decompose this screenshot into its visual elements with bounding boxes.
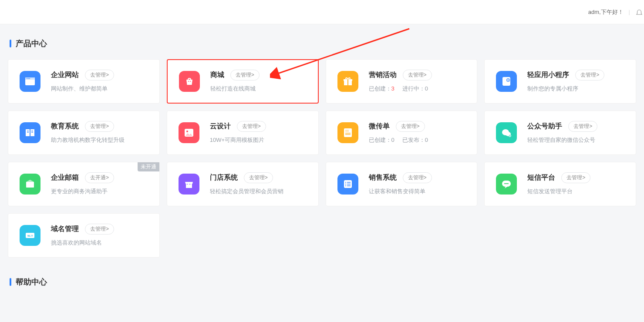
card-title: 云设计 [210, 122, 231, 131]
card-subtitle: 让获客和销售变得简单 [369, 188, 468, 195]
svg-point-3 [28, 78, 29, 79]
product-grid: 企业网站 去管理> 网站制作、维护都简单 商城 去管理> 轻松打造在线商城 营销… [8, 59, 636, 258]
manage-button[interactable]: 去管理> [244, 172, 273, 183]
card-subtitle: 轻松打造在线商城 [210, 85, 308, 93]
section-title: 产品中心 [16, 38, 47, 49]
separator: | [629, 9, 630, 15]
manage-button[interactable]: 去管理> [237, 121, 266, 132]
product-card[interactable]: 商城 去管理> 轻松打造在线商城 [167, 59, 319, 104]
chat-icon [496, 174, 517, 195]
card-stats: 已创建：0已发布：0 [369, 136, 468, 144]
gift-icon [337, 71, 358, 92]
svg-rect-9 [347, 79, 348, 85]
image-icon [179, 122, 199, 143]
svg-point-28 [345, 182, 346, 183]
manage-button[interactable]: 去开通> [85, 172, 114, 183]
card-title: 门店系统 [210, 173, 238, 182]
svg-point-17 [186, 131, 188, 132]
manage-button[interactable]: 去管理> [575, 70, 604, 80]
manage-button[interactable]: 去管理> [561, 172, 590, 183]
product-card[interactable]: 短信平台 去管理> 短信发送管理平台 [484, 162, 636, 206]
section-title: 帮助中心 [16, 277, 47, 287]
mail-icon [20, 174, 40, 195]
product-card[interactable]: 营销活动 去管理> 已创建：3进行中：0 [326, 59, 478, 104]
card-title: 短信平台 [527, 173, 555, 182]
svg-rect-26 [186, 184, 192, 188]
svg-point-29 [345, 184, 346, 184]
svg-point-11 [506, 78, 510, 82]
product-card[interactable]: 轻应用小程序 去管理> 制作您的专属小程序 [484, 59, 636, 104]
bell-icon[interactable] [635, 8, 643, 16]
card-title: 商城 [210, 70, 224, 80]
card-subtitle: 制作您的专属小程序 [527, 85, 626, 93]
website-icon [20, 71, 40, 92]
manage-button[interactable]: 去管理> [396, 121, 425, 132]
product-card[interactable]: 未开通 企业邮箱 去开通> 更专业的商务沟通助手 [8, 162, 160, 206]
manage-button[interactable]: 去管理> [403, 172, 432, 183]
card-title: 域名管理 [51, 225, 79, 234]
card-subtitle: 助力教培机构数字化转型升级 [51, 136, 150, 144]
product-card[interactable]: 销售系统 去管理> 让获客和销售变得简单 [326, 162, 478, 206]
card-subtitle: 更专业的商务沟通助手 [51, 188, 150, 195]
manage-button[interactable]: 去管理> [568, 121, 597, 132]
product-card[interactable]: 微传单 去管理> 已创建：0已发布：0 [326, 111, 478, 155]
store-icon [179, 174, 199, 195]
card-subtitle: 短信发送管理平台 [527, 188, 626, 195]
card-title: 企业网站 [51, 70, 79, 80]
bag-icon [179, 71, 200, 92]
card-title: 营销活动 [369, 70, 397, 80]
svg-point-6 [190, 81, 191, 82]
card-subtitle: 轻松搞定会员管理和会员营销 [210, 188, 309, 195]
product-card[interactable]: 门店系统 去管理> 轻松搞定会员管理和会员营销 [167, 162, 319, 206]
accent-bar [10, 278, 11, 286]
greeting-text: adm,下午好！ [588, 8, 624, 16]
manage-button[interactable]: 去管理> [85, 121, 114, 132]
svg-point-4 [29, 78, 30, 79]
card-title: 教育系统 [51, 122, 79, 131]
manage-button[interactable]: 去管理> [230, 70, 260, 80]
flyer-icon [337, 122, 358, 143]
card-title: 销售系统 [369, 173, 397, 182]
svg-point-30 [345, 185, 346, 186]
manage-button[interactable]: 去管理> [85, 70, 114, 80]
card-subtitle: 挑选喜欢的网站域名 [51, 239, 150, 247]
list-icon [337, 174, 358, 195]
product-card[interactable]: 教育系统 去管理> 助力教培机构数字化转型升级 [8, 111, 160, 155]
svg-text:w.=: w.= [27, 234, 33, 238]
card-stats: 已创建：3进行中：0 [369, 85, 468, 93]
section-header-products: 产品中心 [10, 38, 636, 49]
manage-button[interactable]: 去管理> [403, 70, 432, 80]
card-title: 公众号助手 [527, 122, 562, 131]
card-subtitle: 10W+可商用模板图片 [210, 136, 309, 144]
product-card[interactable]: 公众号助手 去管理> 轻松管理自家的微信公众号 [484, 111, 636, 155]
top-bar: adm,下午好！ | [0, 0, 644, 24]
card-title: 轻应用小程序 [527, 70, 569, 80]
product-card[interactable]: 企业网站 去管理> 网站制作、维护都简单 [8, 59, 160, 104]
card-subtitle: 网站制作、维护都简单 [51, 85, 150, 93]
section-header-help: 帮助中心 [10, 277, 636, 287]
manage-button[interactable]: 去管理> [85, 224, 114, 235]
product-card[interactable]: 云设计 去管理> 10W+可商用模板图片 [167, 111, 319, 155]
svg-point-2 [27, 78, 27, 79]
svg-rect-19 [345, 130, 349, 132]
card-subtitle: 轻松管理自家的微信公众号 [527, 136, 626, 144]
svg-point-5 [188, 81, 189, 82]
status-tag: 未开通 [138, 162, 159, 171]
card-title: 企业邮箱 [51, 173, 79, 182]
domain-icon: w.= [20, 225, 40, 246]
wechat-icon [496, 122, 517, 143]
book-icon [20, 122, 40, 143]
product-card[interactable]: w.= 域名管理 去管理> 挑选喜欢的网站域名 [8, 213, 160, 258]
card-title: 微传单 [369, 122, 390, 131]
miniapp-icon [496, 71, 517, 92]
accent-bar [10, 40, 11, 47]
